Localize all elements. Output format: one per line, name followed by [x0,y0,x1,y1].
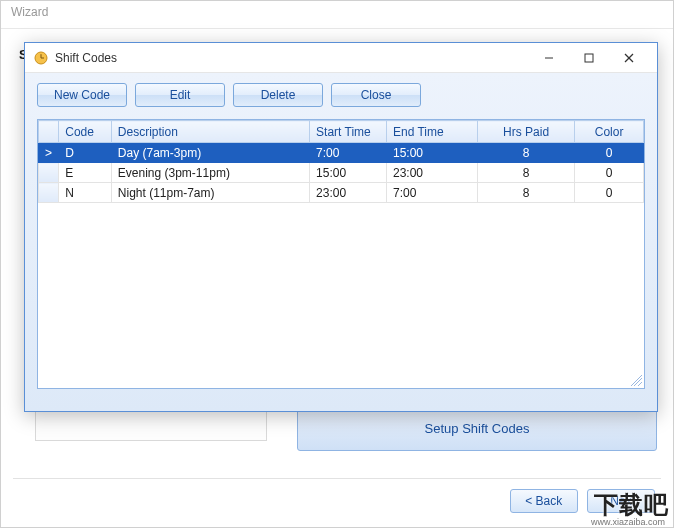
cell-hrs-paid[interactable]: 8 [478,163,575,183]
dialog-titlebar[interactable]: Shift Codes [25,43,657,73]
clock-icon [33,50,49,66]
wizard-titlebar: Wizard [1,1,673,29]
cell-code[interactable]: E [59,163,112,183]
shift-codes-table: Code Description Start Time End Time Hrs… [38,120,644,203]
cell-description[interactable]: Evening (3pm-11pm) [111,163,309,183]
dialog-title: Shift Codes [55,51,529,65]
cell-color[interactable]: 0 [575,143,644,163]
cell-start-time[interactable]: 15:00 [310,163,387,183]
close-button[interactable] [609,46,649,70]
maximize-button[interactable] [569,46,609,70]
cell-end-time[interactable]: 23:00 [386,163,477,183]
row-indicator[interactable] [39,183,59,203]
cell-color[interactable]: 0 [575,183,644,203]
cell-hrs-paid[interactable]: 8 [478,183,575,203]
cell-code[interactable]: D [59,143,112,163]
cell-end-time[interactable]: 15:00 [386,143,477,163]
col-header-description[interactable]: Description [111,121,309,143]
wizard-footer: < Back Nex [504,489,655,513]
wizard-illustration [35,407,267,441]
table-row[interactable]: NNight (11pm-7am)23:007:0080 [39,183,644,203]
svg-rect-4 [585,54,593,62]
minimize-button[interactable] [529,46,569,70]
cell-code[interactable]: N [59,183,112,203]
row-indicator[interactable] [39,163,59,183]
footer-divider [13,478,661,479]
shift-codes-dialog: Shift Codes New Code Edit Delete Close [24,42,658,412]
delete-button[interactable]: Delete [233,83,323,107]
dialog-body: New Code Edit Delete Close Code Descript… [25,73,657,411]
close-dialog-button[interactable]: Close [331,83,421,107]
col-header-end-time[interactable]: End Time [386,121,477,143]
table-header-row: Code Description Start Time End Time Hrs… [39,121,644,143]
row-indicator[interactable]: > [39,143,59,163]
back-button[interactable]: < Back [510,489,578,513]
col-header-hrs-paid[interactable]: Hrs Paid [478,121,575,143]
edit-button[interactable]: Edit [135,83,225,107]
cell-description[interactable]: Night (11pm-7am) [111,183,309,203]
table-row[interactable]: >DDay (7am-3pm)7:0015:0080 [39,143,644,163]
shift-codes-grid[interactable]: Code Description Start Time End Time Hrs… [37,119,645,389]
cell-start-time[interactable]: 23:00 [310,183,387,203]
cell-end-time[interactable]: 7:00 [386,183,477,203]
watermark-url: www.xiazaiba.com [591,517,665,527]
resize-grip-icon[interactable] [630,374,642,386]
table-row[interactable]: EEvening (3pm-11pm)15:0023:0080 [39,163,644,183]
wizard-title: Wizard [11,5,48,19]
cell-color[interactable]: 0 [575,163,644,183]
next-button[interactable]: Nex [587,489,655,513]
col-header-color[interactable]: Color [575,121,644,143]
col-header-code[interactable]: Code [59,121,112,143]
setup-shift-codes-label: Setup Shift Codes [425,421,530,436]
window-controls [529,46,649,70]
toolbar: New Code Edit Delete Close [37,83,645,107]
cell-description[interactable]: Day (7am-3pm) [111,143,309,163]
cell-start-time[interactable]: 7:00 [310,143,387,163]
cell-hrs-paid[interactable]: 8 [478,143,575,163]
row-indicator-header[interactable] [39,121,59,143]
new-code-button[interactable]: New Code [37,83,127,107]
col-header-start-time[interactable]: Start Time [310,121,387,143]
